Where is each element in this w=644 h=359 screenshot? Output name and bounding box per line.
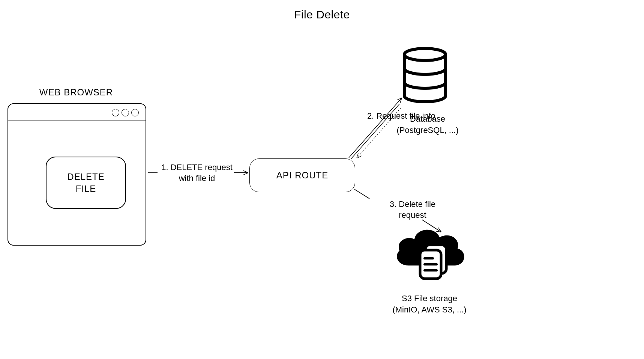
storage-label: S3 File storage (MinIO, AWS S3, ...) (375, 293, 484, 315)
edge-3-line-start (354, 189, 369, 199)
database-icon (402, 47, 448, 103)
browser-window-controls-icon (112, 109, 139, 116)
api-route-node: API ROUTE (249, 158, 355, 192)
svg-point-0 (404, 48, 446, 60)
web-browser-window: DELETE FILE (8, 103, 146, 246)
delete-file-button: DELETE FILE (46, 157, 126, 209)
database-label: Database (PostgreSQL, ...) (375, 113, 480, 136)
edge-label-3: 3. Delete file request (371, 199, 454, 220)
browser-label: WEB BROWSER (8, 87, 145, 98)
diagram-title: File Delete (0, 8, 644, 21)
cloud-storage-icon (394, 224, 465, 281)
edge-label-1: 1. DELETE request with file id (154, 162, 240, 184)
browser-topbar-divider (8, 121, 146, 121)
diagram-canvas: File Delete WEB BROWSER DELETE FILE API … (0, 0, 644, 359)
